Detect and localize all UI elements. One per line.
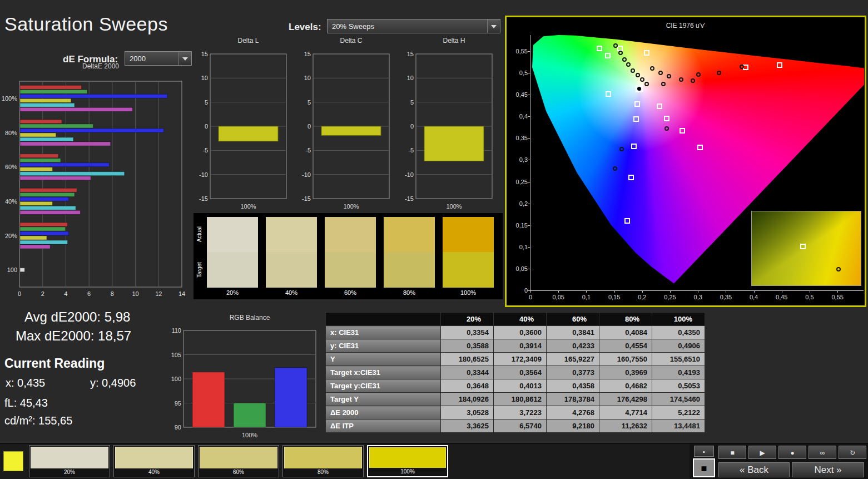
table-cell: 3,0528 [441,406,494,419]
cie-x-tick [726,290,726,293]
table-row-label: ΔE ITP [326,419,441,433]
back-button[interactable]: « Back [718,462,790,477]
next-button[interactable]: Next » [792,462,864,477]
svg-text:-10: -10 [199,171,208,178]
cie-y-tick [528,51,530,52]
cie-x-tick [642,290,643,293]
swatch-label: 80% [384,289,435,296]
table-header-cell: 100% [652,313,705,326]
refresh-button[interactable]: ↻ [839,446,866,459]
cie-x-tick-label: 0,25 [662,294,678,300]
delta-c-title: Delta C [313,37,389,45]
level-patch-button[interactable]: 40% [113,445,195,477]
record-button[interactable]: ● [778,446,806,459]
svg-text:5: 5 [205,99,208,106]
avg-de2000: Avg dE2000: 5,98 [24,309,130,325]
swatch-label: 100% [443,289,494,296]
delta_h-svg: 151050-5-10-15100% [399,46,494,214]
table-cell: 13,4481 [652,419,705,433]
patch-color [369,447,446,470]
table-header-cell: 80% [599,313,652,326]
svg-text:100%: 100% [2,95,17,102]
table-header-cell: 20% [441,313,494,326]
actual-swatch [325,217,376,252]
transport-panel: ▪ ■ ■▶●∞↻ « Back Next » [690,444,868,479]
deltae2000-svg: 02468101214100%80%60%40%20%100 [0,71,189,302]
measured-point [613,166,617,171]
table-row-label: Target y:CIE31 [326,379,441,393]
patch-label: 20% [31,468,108,476]
patch-color [115,447,193,469]
cie-x-tick [614,290,615,293]
svg-text:60%: 60% [5,164,17,170]
patch-label: 100% [369,468,446,475]
patch-color [200,447,277,469]
svg-text:8: 8 [111,290,114,297]
svg-text:15: 15 [304,51,311,57]
table-cell: 165,9227 [547,353,599,366]
loop-button[interactable]: ∞ [809,446,836,459]
cie-x-axis [530,290,864,291]
cie-x-tick [810,290,810,293]
target-point [644,50,649,56]
svg-text:-5: -5 [408,147,414,154]
stop-button[interactable]: ■ [718,446,746,459]
table-cell: 0,3841 [547,326,599,339]
svg-text:105: 105 [171,352,181,358]
svg-text:0: 0 [410,123,414,130]
table-row: Target Y184,0926180,8612178,3784176,4298… [326,393,705,406]
table-cell: 0,3588 [441,339,494,353]
deltae-chart-title: DeltaE 2000 [19,62,182,70]
target-point [633,116,639,122]
svg-text:-10: -10 [302,171,311,178]
play-button[interactable]: ▶ [748,446,776,459]
table-header-cell [326,313,441,326]
current-point-dot [637,87,641,91]
target-swatch [266,252,317,288]
target-point [624,218,630,224]
rgb-balance-title: RGB Balance [183,314,316,322]
table-row-label: x: CIE31 [326,326,441,339]
table-cell: 0,4682 [599,379,652,393]
svg-text:-15: -15 [199,195,208,202]
table-cell: 9,2180 [547,419,599,433]
level-patch-button[interactable]: 60% [198,445,279,477]
current-point [636,85,643,92]
svg-text:6: 6 [87,290,91,297]
deltae-chart: 02468101214100%80%60%40%20%100 [0,71,189,302]
table-row: ΔE ITP3,36256,57409,218011,263213,4481 [326,419,705,433]
svg-text:5: 5 [410,99,414,106]
table-cell: 0,3354 [441,326,494,339]
svg-text:-5: -5 [305,147,311,154]
rgb-balance-chart: 1101051009590100% [167,322,326,442]
svg-text:2: 2 [41,290,44,297]
svg-text:100%: 100% [343,203,359,210]
levels-dropdown[interactable]: 20% Sweeps [327,19,500,33]
cie-x-tick-label: 0,1 [578,294,594,300]
table-cell: 0,3648 [441,379,494,393]
level-patch-button[interactable]: 80% [282,445,364,477]
cie-y-tick [528,116,530,117]
table-row: x: CIE310,33540,36000,38410,40840,4350 [326,326,705,339]
measured-point [650,66,654,71]
cie-x-tick-label: 0,3 [690,294,706,300]
table-row: y: CIE310,35880,39140,42330,45540,4906 [326,339,705,353]
cie-y-tick [528,73,530,73]
delta-l-title: Delta L [210,37,286,45]
target-point [679,128,685,134]
cie-y-tick [528,269,530,269]
svg-text:100%: 100% [240,203,256,210]
cie-y-tick-label: 0,5 [508,70,528,76]
level-patch-button[interactable]: 100% [367,445,448,477]
patch-color [31,447,108,469]
cie-x-tick-label: 0,55 [830,294,845,300]
svg-text:10: 10 [304,75,311,81]
svg-text:0: 0 [18,290,21,297]
target-swatch [443,252,494,288]
cie-y-tick [528,225,530,226]
table-row: ΔE 20003,05283,72234,27684,77145,2122 [326,406,705,419]
table-cell: 0,3914 [494,339,547,353]
level-patch-button[interactable]: 20% [29,445,110,477]
table-cell: 172,3409 [494,353,547,366]
cie-x-tick [670,290,671,293]
